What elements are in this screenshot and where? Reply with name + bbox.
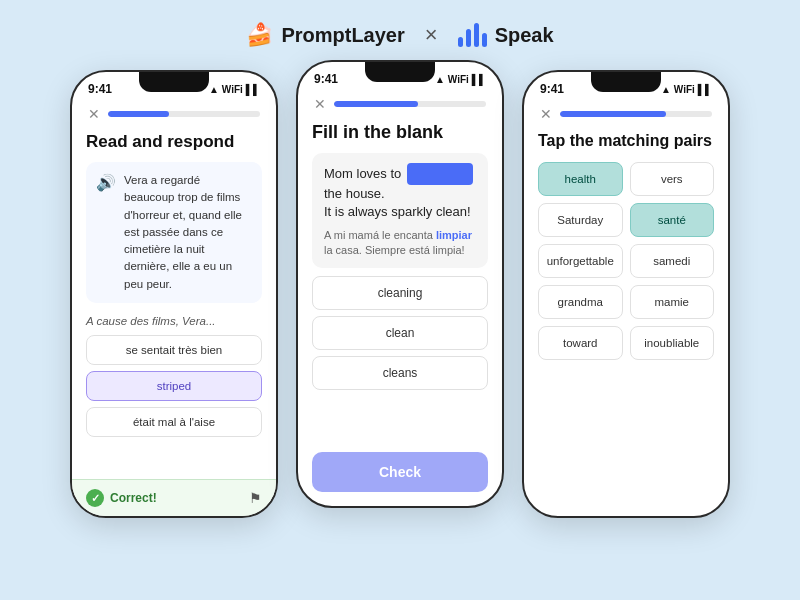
- check-circle-icon: ✓: [86, 489, 104, 507]
- cake-icon: 🍰: [246, 22, 273, 48]
- answer-btn-2[interactable]: était mal à l'aise: [86, 407, 262, 437]
- notch-right: [591, 72, 661, 92]
- pair-mamie[interactable]: mamie: [630, 285, 715, 319]
- phone-content-center: Fill in the blank Mom loves to the house…: [298, 112, 502, 406]
- progress-area-right: ✕: [524, 100, 728, 122]
- correct-label: ✓ Correct!: [86, 489, 157, 507]
- pair-vers[interactable]: vers: [630, 162, 715, 196]
- time-left: 9:41: [88, 82, 112, 96]
- time-center: 9:41: [314, 72, 338, 86]
- x-divider: ×: [425, 22, 438, 48]
- notch-center: [365, 62, 435, 82]
- notch-left: [139, 72, 209, 92]
- promptlayer-label: PromptLayer: [281, 24, 404, 47]
- flag-icon[interactable]: ⚑: [249, 490, 262, 506]
- trans-post: la casa. Siempre está limpia!: [324, 244, 465, 256]
- sentence-card: Mom loves to the house.It is always spar…: [312, 153, 488, 268]
- progress-fill-left: [108, 111, 169, 117]
- option-cleans[interactable]: cleans: [312, 356, 488, 390]
- correct-bar: ✓ Correct! ⚑: [72, 479, 276, 516]
- time-right: 9:41: [540, 82, 564, 96]
- progress-track-right: [560, 111, 712, 117]
- promptlayer-logo: 🍰 PromptLayer: [246, 22, 404, 48]
- sentence-main: Mom loves to the house.It is always spar…: [324, 163, 476, 222]
- reading-text: Vera a regardé beaucoup trop de films d'…: [124, 172, 252, 293]
- speak-bars-icon: [458, 23, 487, 47]
- option-cleaning[interactable]: cleaning: [312, 276, 488, 310]
- close-btn-center[interactable]: ✕: [314, 96, 326, 112]
- pairs-grid: health vers Saturday santé unforgettable…: [538, 162, 714, 360]
- pair-health[interactable]: health: [538, 162, 623, 196]
- phone-center: 9:41 ▲ WiFi ▌▌ ✕ Fill in the blank Mom l…: [296, 60, 504, 508]
- phone-left: 9:41 ▲ WiFi ▌▌ ✕ Read and respond 🔊 Vera…: [70, 70, 278, 518]
- header: 🍰 PromptLayer × Speak: [246, 0, 553, 66]
- close-btn-right[interactable]: ✕: [540, 106, 552, 122]
- progress-track-left: [108, 111, 260, 117]
- answer-btn-1[interactable]: striped: [86, 371, 262, 401]
- fill-blank-title: Fill in the blank: [312, 122, 488, 143]
- status-icons-right: ▲ WiFi ▌▌: [661, 84, 712, 95]
- pair-samedi[interactable]: samedi: [630, 244, 715, 278]
- limpiar-word: limpiar: [436, 229, 472, 241]
- check-button[interactable]: Check: [312, 452, 488, 492]
- status-icons-left: ▲ WiFi ▌▌: [209, 84, 260, 95]
- answer-btn-0[interactable]: se sentait très bien: [86, 335, 262, 365]
- speak-logo: Speak: [458, 23, 554, 47]
- progress-area-left: ✕: [72, 100, 276, 122]
- matching-title: Tap the matching pairs: [538, 132, 714, 150]
- pair-toward[interactable]: toward: [538, 326, 623, 360]
- correct-text: Correct!: [110, 491, 157, 505]
- blank-highlight: [407, 163, 473, 185]
- speaker-icon[interactable]: 🔊: [96, 173, 116, 293]
- reading-card: 🔊 Vera a regardé beaucoup trop de films …: [86, 162, 262, 303]
- phone-content-right: Tap the matching pairs health vers Satur…: [524, 122, 728, 370]
- progress-fill-right: [560, 111, 666, 117]
- question-label: A cause des films, Vera...: [86, 315, 262, 327]
- progress-area-center: ✕: [298, 90, 502, 112]
- speak-label: Speak: [495, 24, 554, 47]
- phone-content-left: Read and respond 🔊 Vera a regardé beauco…: [72, 122, 276, 453]
- sentence-trans: A mi mamá le encanta limpiar la casa. Si…: [324, 228, 476, 259]
- pair-inoubliable[interactable]: inoubliable: [630, 326, 715, 360]
- status-icons-center: ▲ WiFi ▌▌: [435, 74, 486, 85]
- phone-right: 9:41 ▲ WiFi ▌▌ ✕ Tap the matching pairs …: [522, 70, 730, 518]
- pair-sante[interactable]: santé: [630, 203, 715, 237]
- pair-grandma[interactable]: grandma: [538, 285, 623, 319]
- pair-saturday[interactable]: Saturday: [538, 203, 623, 237]
- option-clean[interactable]: clean: [312, 316, 488, 350]
- read-respond-title: Read and respond: [86, 132, 262, 152]
- progress-fill-center: [334, 101, 418, 107]
- progress-track-center: [334, 101, 486, 107]
- phones-container: 9:41 ▲ WiFi ▌▌ ✕ Read and respond 🔊 Vera…: [40, 70, 760, 518]
- trans-pre: A mi mamá le encanta: [324, 229, 436, 241]
- close-btn-left[interactable]: ✕: [88, 106, 100, 122]
- pair-unforgettable[interactable]: unforgettable: [538, 244, 623, 278]
